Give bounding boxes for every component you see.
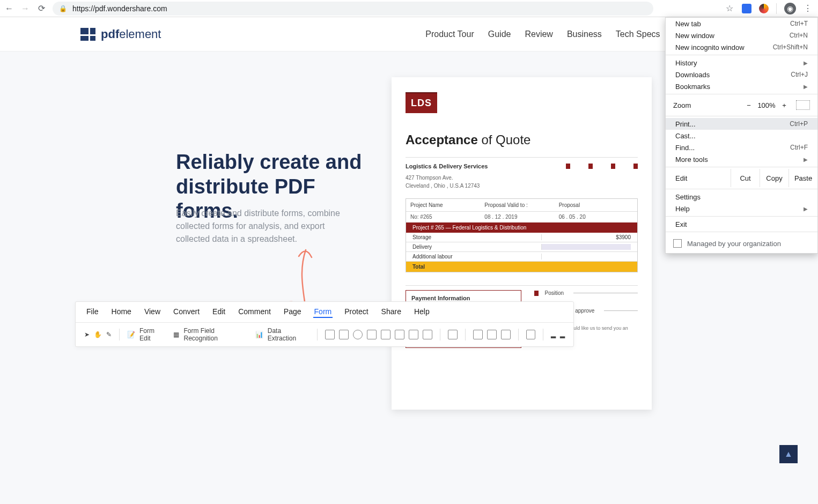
document-preview: LDS Acceptance of Quote Logistics & Deli… — [392, 77, 652, 410]
menu-help[interactable]: Help — [413, 306, 431, 318]
menu-home[interactable]: Home — [110, 306, 132, 318]
menu-edit[interactable]: Edit — [211, 306, 226, 318]
menu-paste[interactable]: Paste — [788, 169, 817, 187]
scroll-top-button[interactable]: ▲ — [779, 445, 798, 463]
menu-convert[interactable]: Convert — [172, 306, 201, 318]
zoom-value: 100% — [755, 101, 778, 109]
profile-avatar-icon[interactable]: ◉ — [784, 3, 796, 14]
nav-tech-specs[interactable]: Tech Specs — [616, 29, 660, 39]
fullscreen-icon[interactable] — [796, 100, 810, 110]
pdfelement-logo[interactable]: pdfelement — [80, 27, 161, 41]
tool-a-icon[interactable] — [473, 330, 483, 339]
menu-zoom: Zoom − 100% + — [666, 96, 817, 114]
forward-button[interactable]: → — [20, 4, 30, 13]
property-icon[interactable] — [448, 330, 457, 339]
star-icon[interactable]: ☆ — [725, 4, 734, 13]
sign-field-icon[interactable] — [423, 330, 432, 339]
data-extraction-button[interactable]: 📊Data Extraction — [255, 327, 310, 342]
building-icon — [673, 239, 682, 248]
app-toolbar: File Home View Convert Edit Comment Page… — [75, 301, 574, 347]
menu-new-window[interactable]: New windowCtrl+N — [666, 29, 817, 41]
menu-form[interactable]: Form — [313, 306, 333, 318]
menu-more-tools[interactable]: More tools▶ — [666, 153, 817, 165]
checkbox-field-icon[interactable] — [339, 330, 349, 339]
menu-share[interactable]: Share — [380, 306, 402, 318]
doc-service: Logistics & Delivery Services — [406, 163, 488, 169]
url-text: https://pdf.wondershare.com — [72, 4, 167, 13]
lock-icon: 🔒 — [59, 5, 67, 12]
text-field-icon[interactable] — [325, 330, 335, 339]
menu-incognito[interactable]: New incognito windowCtrl+Shift+N — [666, 41, 817, 53]
menu-history[interactable]: History▶ — [666, 57, 817, 69]
menu-downloads[interactable]: DownloadsCtrl+J — [666, 69, 817, 80]
radio-field-icon[interactable] — [353, 330, 363, 339]
menu-managed[interactable]: Managed by your organization — [666, 234, 817, 253]
hero-subtext: Easily create and distribute forms, comb… — [176, 207, 358, 246]
menu-new-tab[interactable]: New tabCtrl+T — [666, 18, 817, 29]
menu-protect[interactable]: Protect — [343, 306, 369, 318]
tool-d-icon[interactable] — [526, 330, 535, 339]
form-field-recognition-button[interactable]: ▦Form Field Recognition — [173, 327, 247, 342]
hand-icon[interactable]: ✋ — [94, 331, 102, 338]
reload-button[interactable]: ⟳ — [36, 4, 46, 13]
pointer-icon[interactable]: ➤ — [84, 331, 90, 338]
menu-help[interactable]: Help▶ — [666, 203, 817, 214]
menu-comment[interactable]: Comment — [237, 306, 272, 318]
menu-find[interactable]: Find...Ctrl+F — [666, 142, 817, 153]
extension2-icon[interactable] — [759, 4, 769, 13]
back-button[interactable]: ← — [4, 4, 14, 13]
tool-c-icon[interactable] — [501, 330, 511, 339]
nav-review[interactable]: Review — [525, 29, 552, 39]
extension1-icon[interactable] — [742, 4, 751, 13]
image-field-icon[interactable] — [395, 330, 404, 339]
align-b-icon[interactable]: ▂ — [560, 331, 565, 338]
zoom-in-button[interactable]: + — [778, 101, 791, 109]
zoom-out-button[interactable]: − — [742, 101, 755, 109]
menu-view[interactable]: View — [143, 306, 161, 318]
menu-copy[interactable]: Copy — [760, 169, 788, 187]
address-bar[interactable]: 🔒 https://pdf.wondershare.com — [53, 2, 653, 16]
menu-print[interactable]: Print...Ctrl+P — [666, 118, 817, 130]
list-field-icon[interactable] — [381, 330, 390, 339]
nav-product-tour[interactable]: Product Tour — [425, 29, 474, 39]
doc-title: Acceptance of Quote — [406, 132, 638, 147]
button-field-icon[interactable] — [409, 330, 418, 339]
browser-toolbar: ← → ⟳ 🔒 https://pdf.wondershare.com ☆ ◉ … — [0, 0, 818, 17]
menu-exit[interactable]: Exit — [666, 218, 817, 230]
menu-bookmarks[interactable]: Bookmarks▶ — [666, 80, 817, 92]
edit-icon[interactable]: ✎ — [106, 331, 112, 338]
menu-cut[interactable]: Cut — [731, 169, 760, 187]
menu-edit-row: Edit Cut Copy Paste — [666, 169, 817, 187]
chrome-menu: New tabCtrl+T New windowCtrl+N New incog… — [665, 17, 818, 254]
align-a-icon[interactable]: ▂ — [551, 331, 556, 338]
menu-page[interactable]: Page — [283, 306, 303, 318]
menu-file[interactable]: File — [85, 306, 100, 318]
logo-mark-icon — [80, 28, 95, 41]
lds-badge: LDS — [406, 92, 437, 113]
tool-b-icon[interactable] — [487, 330, 497, 339]
nav-guide[interactable]: Guide — [488, 29, 511, 39]
combo-field-icon[interactable] — [367, 330, 377, 339]
menu-cast[interactable]: Cast... — [666, 130, 817, 142]
form-edit-button[interactable]: 📝Form Edit — [127, 327, 166, 342]
chrome-menu-button[interactable]: ⋮ — [804, 3, 812, 13]
nav-business[interactable]: Business — [567, 29, 602, 39]
menu-settings[interactable]: Settings — [666, 191, 817, 203]
